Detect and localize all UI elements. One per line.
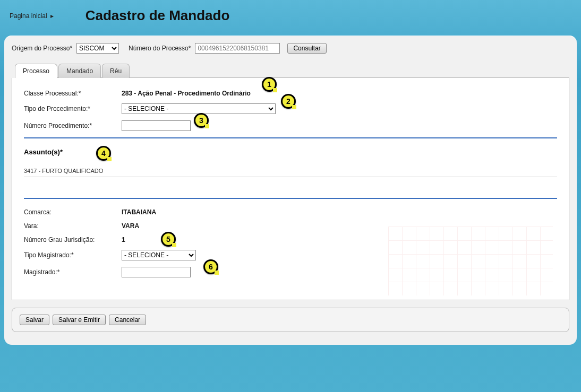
breadcrumb-home[interactable]: Pagina inicial bbox=[10, 12, 47, 20]
tipo-magistrado-label: Tipo Magistrado:* bbox=[24, 251, 119, 259]
background-grid bbox=[388, 227, 553, 295]
tab-reu[interactable]: Réu bbox=[102, 64, 130, 78]
assunto-label: Assunto(s)* bbox=[24, 148, 63, 156]
tipo-procedimento-label: Tipo de Procedimento:* bbox=[24, 105, 119, 112]
callout-1: 1 bbox=[262, 77, 277, 92]
vara-value: VARA bbox=[122, 222, 139, 230]
top-form-row: Origem do Processo* SISCOM Número do Pro… bbox=[12, 43, 569, 54]
tabs: Processo Mandado Réu bbox=[15, 63, 569, 78]
footer-actions: Salvar Salvar e Emitir Cancelar bbox=[12, 308, 569, 332]
consultar-button[interactable]: Consultar bbox=[287, 43, 326, 54]
breadcrumb[interactable]: Pagina inicial ▸ bbox=[10, 12, 54, 20]
callout-3: 3 bbox=[194, 113, 209, 128]
origem-label: Origem do Processo* bbox=[12, 45, 72, 52]
page-title: Cadastro de Mandado bbox=[86, 7, 230, 24]
magistrado-label: Magistrado:* bbox=[24, 268, 119, 276]
tab-processo[interactable]: Processo bbox=[15, 64, 57, 78]
numero-processo-input[interactable] bbox=[195, 43, 280, 54]
numero-procedimento-input[interactable] bbox=[122, 120, 191, 131]
section-divider-2 bbox=[24, 198, 557, 199]
vara-label: Vara: bbox=[24, 222, 119, 230]
numero-processo-label: Número do Processo* bbox=[129, 45, 191, 52]
chevron-right-icon: ▸ bbox=[50, 12, 54, 20]
tipo-magistrado-select[interactable]: - SELECIONE - bbox=[122, 250, 196, 260]
section-divider-1 bbox=[24, 137, 557, 138]
numero-procedimento-label: Número Procedimento:* bbox=[24, 122, 119, 129]
classe-value: 283 - Ação Penal - Procedimento Ordinári… bbox=[122, 90, 251, 97]
num-grau-value: 1 bbox=[122, 236, 125, 243]
comarca-value: ITABAIANA bbox=[122, 208, 156, 216]
classe-label: Classe Processual:* bbox=[24, 90, 119, 97]
tipo-procedimento-select[interactable]: - SELECIONE - bbox=[122, 103, 276, 114]
callout-5: 5 bbox=[161, 232, 176, 247]
salvar-emitir-button[interactable]: Salvar e Emitir bbox=[53, 315, 106, 325]
magistrado-input[interactable] bbox=[122, 267, 191, 277]
assunto-value: 3417 - FURTO QUALIFICADO bbox=[24, 168, 557, 177]
num-grau-label: Número Grau Jurisdição: bbox=[24, 236, 119, 243]
salvar-button[interactable]: Salvar bbox=[20, 315, 49, 325]
main-panel: Origem do Processo* SISCOM Número do Pro… bbox=[4, 36, 577, 345]
origem-select[interactable]: SISCOM bbox=[76, 43, 119, 54]
callout-2: 2 bbox=[281, 94, 296, 109]
callout-6: 6 bbox=[203, 259, 218, 274]
comarca-label: Comarca: bbox=[24, 208, 119, 216]
callout-4: 4 bbox=[96, 146, 111, 161]
tab-body-processo: Classe Processual:* 283 - Ação Penal - P… bbox=[12, 78, 569, 300]
tab-mandado[interactable]: Mandado bbox=[58, 64, 101, 78]
cancelar-button[interactable]: Cancelar bbox=[109, 315, 146, 325]
